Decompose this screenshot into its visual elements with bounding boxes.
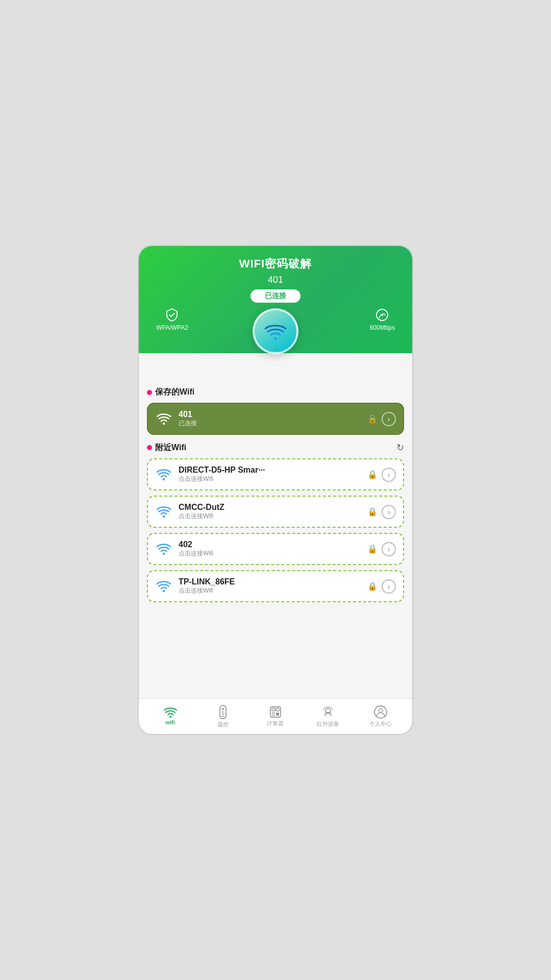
bottom-nav: wifi 遥控 计算器 xyxy=(139,698,412,734)
nearby-network-info-1: CMCC-DutZ 点击连接Wifi xyxy=(179,503,361,521)
svg-rect-11 xyxy=(222,712,224,713)
lock-icon-nearby-3: 🔒 xyxy=(367,581,378,591)
svg-rect-13 xyxy=(222,716,224,717)
nearby-network-status-3: 点击连接Wifi xyxy=(179,586,361,595)
svg-rect-12 xyxy=(222,714,224,715)
nearby-wifi-card-0[interactable]: DIRECT-D5-HP Smar··· 点击连接Wifi 🔒 › xyxy=(147,458,404,491)
nav-label-calculator: 计算器 xyxy=(267,720,284,727)
nav-item-infrared[interactable]: 红外设备 xyxy=(314,705,342,728)
svg-point-22 xyxy=(379,708,383,713)
speedometer-icon xyxy=(375,308,389,322)
wifi-icon-nearby-3 xyxy=(155,581,172,592)
wifi-icon-nearby-2 xyxy=(155,544,172,555)
security-type-info: WPA/WPA2 xyxy=(156,308,188,331)
svg-point-5 xyxy=(163,515,165,517)
svg-rect-18 xyxy=(272,715,275,716)
nearby-card-actions-3: 🔒 › xyxy=(367,579,396,594)
nav-item-remote[interactable]: 遥控 xyxy=(209,705,237,728)
svg-point-8 xyxy=(169,716,171,718)
connected-wifi-card[interactable]: 401 已连接 🔒 › xyxy=(147,403,404,435)
nav-calculator-icon xyxy=(269,706,282,718)
nearby-wifi-title: 附近Wifi xyxy=(147,443,186,453)
svg-rect-15 xyxy=(272,708,275,711)
nearby-network-name-3: TP-LINK_86FE xyxy=(179,577,361,586)
saved-dot xyxy=(147,390,152,395)
svg-point-7 xyxy=(163,590,165,592)
nearby-dot xyxy=(147,445,152,450)
header-info-row: WPA/WPA2 600Mbps xyxy=(151,308,400,331)
nav-label-remote: 遥控 xyxy=(217,721,229,728)
nav-label-profile: 个人中心 xyxy=(369,720,392,728)
nearby-wifi-section-header: 附近Wifi ↻ xyxy=(147,442,404,453)
nearby-wifi-label: 附近Wifi xyxy=(155,443,186,453)
nav-item-calculator[interactable]: 计算器 xyxy=(261,706,289,727)
phone-frame: WIFI密码破解 401 已连接 WPA/WPA2 xyxy=(138,245,413,735)
lock-icon-nearby-1: 🔒 xyxy=(367,507,378,517)
nearby-network-info-0: DIRECT-D5-HP Smar··· 点击连接Wifi xyxy=(179,465,361,483)
wifi-icon-nearby-1 xyxy=(155,506,172,518)
wifi-signal-icon-3 xyxy=(157,581,171,592)
nearby-network-info-2: 402 点击连接Wifi xyxy=(179,540,361,558)
svg-point-4 xyxy=(163,478,165,480)
nearby-network-status-0: 点击连接Wifi xyxy=(179,475,361,483)
svg-point-2 xyxy=(381,314,383,316)
nav-profile-icon xyxy=(374,705,387,719)
nearby-network-name-1: CMCC-DutZ xyxy=(179,503,361,512)
nearby-wifi-card-2[interactable]: 402 点击连接Wifi 🔒 › xyxy=(147,533,404,565)
nav-wifi-icon xyxy=(164,707,177,718)
svg-rect-16 xyxy=(276,708,279,711)
svg-rect-19 xyxy=(276,713,279,716)
nav-label-infrared: 红外设备 xyxy=(317,720,339,728)
wifi-icon-connected xyxy=(155,413,172,425)
saved-wifi-label: 保存的Wifi xyxy=(155,387,194,398)
speed-info: 600Mbps xyxy=(370,308,395,331)
nearby-network-name-2: 402 xyxy=(179,540,361,549)
svg-rect-17 xyxy=(272,713,275,714)
nearby-detail-button-1[interactable]: › xyxy=(382,505,396,519)
wifi-signal-icon-connected xyxy=(157,413,171,425)
connected-badge: 已连接 xyxy=(251,289,300,303)
saved-wifi-section-header: 保存的Wifi xyxy=(147,387,404,398)
nearby-card-actions-1: 🔒 › xyxy=(367,505,396,519)
nearby-wifi-card-3[interactable]: TP-LINK_86FE 点击连接Wifi 🔒 › xyxy=(147,570,404,602)
nearby-wifi-card-1[interactable]: CMCC-DutZ 点击连接Wifi 🔒 › xyxy=(147,496,404,528)
nearby-network-status-1: 点击连接Wifi xyxy=(179,512,361,521)
app-title: WIFI密码破解 xyxy=(239,256,312,272)
network-name-header: 401 xyxy=(268,275,283,285)
nav-remote-icon xyxy=(217,705,229,719)
connected-detail-button[interactable]: › xyxy=(382,412,396,426)
nearby-detail-button-0[interactable]: › xyxy=(382,468,396,482)
nav-item-profile[interactable]: 个人中心 xyxy=(367,705,395,728)
svg-point-3 xyxy=(163,422,165,424)
wifi-circle-hero[interactable] xyxy=(253,308,298,354)
lock-icon-nearby-2: 🔒 xyxy=(367,544,378,554)
nearby-detail-button-3[interactable]: › xyxy=(382,579,396,594)
nav-infrared-icon xyxy=(321,705,335,719)
connected-network-status: 已连接 xyxy=(179,419,361,428)
nearby-network-name-0: DIRECT-D5-HP Smar··· xyxy=(179,465,361,475)
nearby-detail-button-2[interactable]: › xyxy=(382,542,396,556)
wifi-signal-icon-0 xyxy=(157,469,171,480)
security-type-label: WPA/WPA2 xyxy=(156,324,188,331)
nearby-card-actions-0: 🔒 › xyxy=(367,468,396,482)
wifi-hero-icon xyxy=(264,322,287,340)
svg-point-6 xyxy=(163,552,165,554)
shield-icon xyxy=(165,308,179,322)
refresh-button[interactable]: ↻ xyxy=(396,442,404,453)
nearby-network-info-3: TP-LINK_86FE 点击连接Wifi xyxy=(179,577,361,595)
nav-label-wifi: wifi xyxy=(165,719,174,725)
svg-point-10 xyxy=(222,708,224,710)
nav-item-wifi[interactable]: wifi xyxy=(156,707,184,725)
nearby-card-actions-2: 🔒 › xyxy=(367,542,396,556)
svg-point-0 xyxy=(274,337,277,340)
wifi-signal-icon-1 xyxy=(157,506,171,518)
header: WIFI密码破解 401 已连接 WPA/WPA2 xyxy=(139,246,412,353)
lock-icon-connected: 🔒 xyxy=(367,414,378,424)
connected-network-name: 401 xyxy=(179,410,361,419)
wifi-signal-icon-2 xyxy=(157,544,171,555)
content-area: 保存的Wifi 401 已连接 🔒 › xyxy=(139,380,412,698)
wifi-icon-nearby-0 xyxy=(155,469,172,480)
connected-card-actions: 🔒 › xyxy=(367,412,396,426)
saved-wifi-title: 保存的Wifi xyxy=(147,387,194,398)
nearby-network-status-2: 点击连接Wifi xyxy=(179,549,361,558)
